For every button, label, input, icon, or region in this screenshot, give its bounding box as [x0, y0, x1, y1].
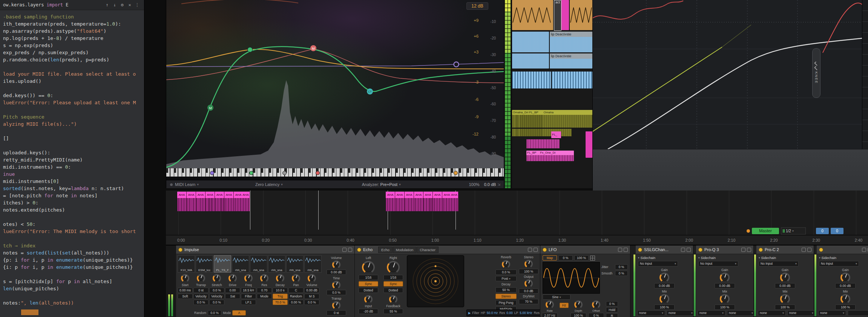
- param-sub-control[interactable]: Trig: [273, 294, 288, 299]
- reverb-value[interactable]: 0.0 %: [495, 270, 517, 275]
- param-knob[interactable]: [292, 274, 300, 282]
- depth-knob[interactable]: [574, 300, 583, 309]
- audio-clip-tan[interactable]: [570, 0, 592, 30]
- device-activator[interactable]: [357, 248, 361, 252]
- input-value[interactable]: -20 dB: [359, 309, 378, 314]
- audio-clip-blue[interactable]: [512, 32, 549, 52]
- map-max-value[interactable]: 100 %: [574, 255, 589, 261]
- audio-clip-pink[interactable]: [526, 139, 560, 148]
- sidechain-input-select[interactable]: No Input▾: [638, 261, 678, 267]
- rate-knob[interactable]: [546, 300, 554, 309]
- device-title-bar[interactable]: Impulse: [176, 245, 354, 254]
- echo-filter-bar[interactable]: ▶ Filter HP50.0 Hz Res0.00 LP5.00 kHz Re…: [466, 309, 542, 316]
- feedback-knob[interactable]: [389, 295, 397, 303]
- sidechain-section[interactable]: ▾Sidechain: [819, 256, 868, 260]
- multimap-grid-icon[interactable]: [590, 256, 595, 261]
- param-value[interactable]: 0.0 %: [209, 288, 224, 293]
- param-sub-control[interactable]: Soft: [178, 294, 193, 299]
- device-activator[interactable]: [178, 248, 182, 252]
- audio-clip-olive[interactable]: [512, 129, 572, 136]
- move-cell-up-icon[interactable]: ↑: [103, 1, 111, 9]
- stereo-mode-button[interactable]: Stereo: [495, 294, 517, 299]
- sidechain-input-select[interactable]: No Input▾: [819, 261, 859, 267]
- key-marker-gray[interactable]: [282, 171, 287, 175]
- param-knob[interactable]: [229, 274, 237, 282]
- settings-gear-icon[interactable]: ⚙: [118, 1, 126, 9]
- mix-knob[interactable]: [780, 294, 790, 304]
- master-value-b[interactable]: 0: [831, 228, 843, 234]
- knee-slider[interactable]: KNEE: [812, 48, 820, 98]
- routing-select[interactable]: ▾: [848, 310, 868, 316]
- param-knob[interactable]: [244, 274, 253, 282]
- audio-clip-pink[interactable]: FL_BPFx_One_Di: [526, 151, 574, 161]
- key-marker-red[interactable]: [316, 171, 320, 175]
- routing-select[interactable]: none▾: [818, 310, 846, 316]
- gain-value[interactable]: 0.00 dB: [715, 283, 735, 288]
- device-icons[interactable]: [528, 248, 538, 252]
- hp-res-value[interactable]: 0.00: [506, 311, 513, 315]
- global-knob[interactable]: [332, 301, 340, 309]
- filter-enable-icon[interactable]: ▶: [468, 311, 471, 315]
- division-mode-select[interactable]: Dotted: [383, 288, 403, 293]
- echo-tunnel-visualizer[interactable]: [407, 255, 464, 307]
- gain-value[interactable]: 0.00 dB: [835, 283, 856, 288]
- audio-clip-magenta[interactable]: [586, 131, 592, 158]
- routing-select[interactable]: none▾: [727, 310, 755, 316]
- division-mode-select[interactable]: Dotted: [359, 288, 378, 293]
- device-icons[interactable]: [681, 248, 691, 252]
- impulse-sample-slot[interactable]: rhh_sna: [304, 255, 322, 273]
- key-marker-green[interactable]: [249, 171, 253, 175]
- param-knob[interactable]: [308, 274, 316, 282]
- delete-cell-icon[interactable]: ✕: [126, 1, 133, 9]
- midi-clip-blue[interactable]: [512, 72, 551, 88]
- eq-node-green[interactable]: [248, 47, 253, 52]
- param-value[interactable]: 0.00: [225, 288, 240, 293]
- gain-knob[interactable]: [659, 273, 669, 282]
- sidechain-input-select[interactable]: No Input▾: [698, 261, 738, 267]
- mode-value[interactable]: A: [232, 310, 246, 315]
- input-knob[interactable]: [364, 295, 373, 303]
- device-title-bar[interactable]: [817, 245, 868, 254]
- audio-clip-aha[interactable]: AHA: [414, 192, 423, 211]
- device-icons[interactable]: [741, 248, 751, 252]
- param-knob[interactable]: [181, 274, 189, 282]
- impulse-sample-slot[interactable]: rhh_sna: [286, 255, 304, 273]
- device-icons[interactable]: [802, 248, 811, 252]
- offset-value[interactable]: 0 %: [588, 313, 604, 317]
- param-sub-value[interactable]: 70.0 %: [273, 300, 288, 305]
- audio-clip-pink-small[interactable]: FL_: [551, 131, 561, 138]
- gain-knob[interactable]: [720, 273, 730, 282]
- param-sub-value[interactable]: LP.1: [241, 300, 256, 305]
- param-value[interactable]: 0.00 dB: [304, 288, 319, 293]
- eq-range-badge[interactable]: 12 dB: [466, 2, 488, 10]
- sidechain-section[interactable]: ▾Sidechain: [698, 256, 753, 260]
- device-activator[interactable]: [638, 248, 642, 252]
- device-icons[interactable]: [342, 248, 352, 252]
- param-value[interactable]: 18.5 kH: [241, 288, 256, 293]
- param-knob[interactable]: [197, 274, 205, 282]
- audio-clip-aha[interactable]: AHA: [196, 192, 205, 211]
- echo-tab[interactable]: Character: [417, 247, 439, 253]
- device-title-bar[interactable]: LFO: [540, 245, 630, 254]
- more-options-icon[interactable]: ⋮: [133, 1, 141, 9]
- delay-time-knob[interactable]: [362, 261, 375, 274]
- param-sub-value[interactable]: 0.0 %: [193, 300, 209, 305]
- sidechain-input-select[interactable]: No Input▾: [759, 261, 799, 267]
- sidechain-section[interactable]: ▾Sidechain: [638, 256, 693, 260]
- hold-button[interactable]: Hold: [606, 307, 618, 312]
- audio-clip-magenta[interactable]: [561, 0, 569, 30]
- audio-clip-aha[interactable]: AHA: [433, 192, 442, 211]
- time-ruler[interactable]: 0:000:100:200:300:400:501:001:101:201:30…: [166, 235, 868, 245]
- param-value[interactable]: 0.00 ms: [178, 288, 193, 293]
- hp-freq-value[interactable]: 50.0 Hz: [487, 311, 498, 315]
- ping-pong-button[interactable]: Ping Pong: [495, 300, 517, 305]
- param-value[interactable]: C: [288, 288, 304, 293]
- selected-clip[interactable]: act: [554, 0, 561, 31]
- param-sub-control[interactable]: Random: [288, 294, 304, 299]
- echo-tab[interactable]: Echo: [378, 247, 393, 253]
- audio-clip-aha[interactable]: AHA: [405, 192, 414, 211]
- routing-select[interactable]: none▾: [758, 310, 786, 316]
- hz-toggle[interactable]: Hz: [560, 303, 569, 308]
- compressor-display[interactable]: [593, 0, 868, 149]
- delay-division[interactable]: 1/16: [359, 275, 378, 280]
